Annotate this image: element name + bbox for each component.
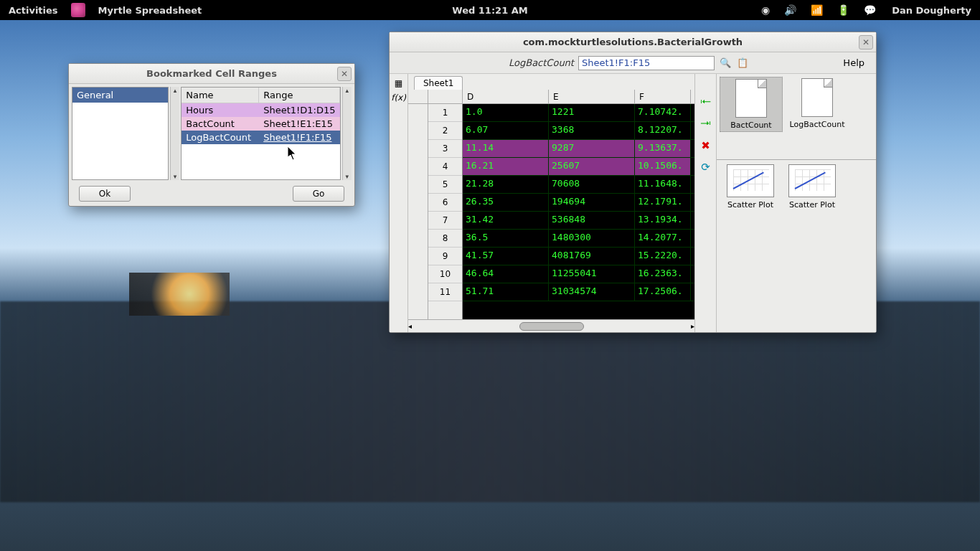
app-icon[interactable]	[71, 3, 85, 17]
battery-icon[interactable]: 🔋	[830, 4, 857, 16]
refresh-icon[interactable]: ⟳	[699, 160, 713, 174]
table-row[interactable]: 26.3519469412.1791.	[463, 194, 694, 212]
scroll-down-icon[interactable]: ▾	[174, 173, 177, 180]
user-menu[interactable]: Dan Dougherty	[883, 5, 980, 16]
cell[interactable]: 9.13637.	[635, 140, 691, 157]
scroll-thumb[interactable]	[519, 322, 584, 331]
delete-icon[interactable]: ✖	[699, 138, 713, 153]
wifi-icon[interactable]: 📶	[804, 4, 830, 16]
row-header[interactable]: 4	[428, 158, 462, 176]
cell[interactable]: 536848	[549, 212, 635, 229]
scroll-up-icon[interactable]: ▴	[345, 87, 349, 94]
row-header[interactable]: 11	[428, 283, 462, 301]
cell[interactable]: 41.57	[463, 248, 549, 265]
main-titlebar[interactable]: com.mockturtlesolutions.BacterialGrowth …	[390, 32, 876, 52]
table-row[interactable]: 36.5148030014.2077.	[463, 230, 694, 248]
row-header[interactable]: 9	[428, 248, 462, 265]
bookmark-dialog-titlebar[interactable]: Bookmarked Cell Ranges ✕	[69, 64, 354, 84]
row-header[interactable]: 5	[428, 176, 462, 194]
table-row[interactable]: 16.212560710.1506.	[463, 158, 694, 176]
cell[interactable]: 26.35	[463, 194, 549, 211]
dataset-thumb[interactable]: BactCount	[720, 77, 783, 132]
accessibility-icon[interactable]: ◉	[754, 4, 777, 16]
cell-grid[interactable]: 1.012217.10742.6.0733688.12207.11.149287…	[463, 104, 694, 319]
row-header[interactable]: 3	[428, 140, 462, 158]
cell[interactable]: 1.0	[463, 104, 549, 121]
row-header[interactable]: 8	[428, 230, 462, 248]
activities-button[interactable]: Activities	[0, 5, 67, 16]
plot-thumb[interactable]: Scatter Plot	[783, 164, 842, 209]
cell[interactable]: 1480300	[549, 230, 635, 247]
cell[interactable]: 51.71	[463, 283, 549, 301]
bookmark-row[interactable]: LogBactCountSheet1!F1:F15	[182, 131, 339, 144]
cell[interactable]: 13.1934.	[635, 212, 691, 229]
table-row[interactable]: 1.012217.10742.	[463, 104, 694, 122]
help-menu[interactable]: Help	[843, 57, 864, 68]
scroll-left-icon[interactable]: ◂	[408, 322, 412, 330]
col-header-f[interactable]: F	[635, 90, 691, 103]
volume-icon[interactable]: 🔊	[777, 4, 804, 16]
table-row[interactable]: 46.641125504116.2363.	[463, 265, 694, 283]
row-header[interactable]: 1	[428, 104, 462, 122]
bookmark-groups-list[interactable]: General	[72, 87, 169, 180]
cell[interactable]: 46.64	[463, 265, 549, 283]
cell[interactable]: 21.28	[463, 176, 549, 193]
export-icon[interactable]: ⭲	[699, 117, 713, 131]
col-header-range[interactable]: Range	[259, 88, 339, 103]
cell[interactable]: 6.07	[463, 122, 549, 139]
cell[interactable]: 31034574	[549, 283, 635, 301]
cell[interactable]: 25607	[549, 158, 635, 175]
ok-button[interactable]: Ok	[79, 186, 131, 202]
scrollbar[interactable]: ▴ ▾	[170, 87, 180, 180]
go-button[interactable]: Go	[293, 186, 344, 202]
grid-icon[interactable]: ▦	[392, 77, 406, 90]
cell[interactable]: 17.2506.	[635, 283, 691, 301]
clock[interactable]: Wed 11:21 AM	[452, 5, 527, 16]
bookmark-row[interactable]: HoursSheet1!D1:D15	[182, 103, 339, 117]
table-row[interactable]: 41.57408176915.2220.	[463, 248, 694, 265]
corner-cell[interactable]	[408, 90, 428, 103]
col-header-name[interactable]: Name	[182, 88, 259, 103]
cell[interactable]: 10.1506.	[635, 158, 691, 175]
cell[interactable]: 70608	[549, 176, 635, 193]
table-row[interactable]: 31.4253684813.1934.	[463, 212, 694, 230]
cell[interactable]: 4081769	[549, 248, 635, 265]
search-icon[interactable]: 🔍	[719, 57, 732, 70]
cell[interactable]: 16.2363.	[635, 265, 691, 283]
cell[interactable]: 194694	[549, 194, 635, 211]
cell[interactable]: 9287	[549, 140, 635, 157]
cell[interactable]: 7.10742.	[635, 104, 691, 121]
bookmark-group-general[interactable]: General	[72, 88, 168, 103]
row-header[interactable]: 10	[428, 265, 462, 283]
table-row[interactable]: 51.713103457417.2506.	[463, 283, 694, 301]
dataset-thumb[interactable]: LogBactCount	[786, 77, 849, 131]
cell[interactable]: 36.5	[463, 230, 549, 247]
cell[interactable]: 15.2220.	[635, 248, 691, 265]
cell[interactable]: 11.14	[463, 140, 549, 157]
cell[interactable]: 11.1648.	[635, 176, 691, 193]
app-menu[interactable]: Myrtle Spreadsheet	[90, 5, 211, 16]
import-icon[interactable]: ⭰	[699, 95, 713, 110]
table-row[interactable]: 11.1492879.13637.	[463, 140, 694, 158]
sheet-tab[interactable]: Sheet1	[414, 76, 463, 90]
row-header[interactable]: 2	[428, 122, 462, 140]
table-row[interactable]: 21.287060811.1648.	[463, 176, 694, 194]
scroll-right-icon[interactable]: ▸	[691, 322, 694, 330]
close-icon[interactable]: ✕	[859, 35, 873, 50]
plot-thumb[interactable]: Scatter Plot	[721, 164, 780, 209]
col-header-e[interactable]: E	[549, 90, 635, 103]
cell[interactable]: 12.1791.	[635, 194, 691, 211]
clipboard-icon[interactable]: 📋	[736, 57, 749, 70]
chat-icon[interactable]: 💬	[857, 4, 883, 16]
scrollbar[interactable]: ▴ ▾	[342, 87, 352, 180]
cell[interactable]: 11255041	[549, 265, 635, 283]
close-icon[interactable]: ✕	[337, 67, 352, 81]
cell[interactable]: 3368	[549, 122, 635, 139]
cell[interactable]: 16.21	[463, 158, 549, 175]
row-header[interactable]: 7	[428, 212, 462, 230]
cell[interactable]: 14.2077.	[635, 230, 691, 247]
cell[interactable]: 8.12207.	[635, 122, 691, 139]
row-header[interactable]: 6	[428, 194, 462, 212]
cell[interactable]: 1221	[549, 104, 635, 121]
cell[interactable]: 31.42	[463, 212, 549, 229]
